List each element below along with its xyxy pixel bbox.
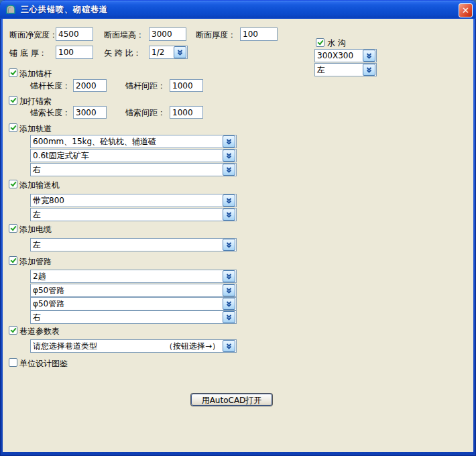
anchor-rod-spacing-label: 锚杆间距：: [125, 81, 166, 91]
pipeline-label: 添加管路: [19, 257, 52, 266]
anchor-cable-length-label: 锚索长度：: [30, 108, 70, 117]
open-autocad-button[interactable]: 用AutoCAD打开: [191, 394, 272, 406]
rise-span-ratio-select[interactable]: 1/2: [149, 46, 188, 59]
chevron-down-icon[interactable]: [223, 311, 235, 323]
cable-side-select[interactable]: 左: [30, 238, 237, 251]
pipeline-checkbox[interactable]: [9, 256, 17, 265]
track-side-select[interactable]: 右: [30, 163, 237, 176]
floor-thickness-label: 铺 底 厚：: [9, 48, 47, 58]
water-ditch-size-select[interactable]: 300X300: [314, 49, 377, 62]
wall-height-field[interactable]: [149, 27, 186, 41]
net-width-field[interactable]: [56, 27, 93, 41]
chevron-down-icon[interactable]: [223, 340, 235, 352]
chevron-down-icon[interactable]: [363, 64, 375, 76]
chevron-down-icon[interactable]: [223, 194, 235, 207]
pipeline-side-select[interactable]: 右: [30, 310, 237, 324]
conveyor-width-select[interactable]: 带宽800: [30, 194, 237, 207]
pipeline-type1-select[interactable]: φ50管路: [30, 284, 237, 297]
anchor-cable-spacing-label: 锚索间距：: [125, 108, 166, 117]
dialog-body: 断面净宽度： 断面墙高： 断面厚度： 铺 底 厚： 矢 跨 比： 1/2 水 沟…: [3, 19, 473, 452]
chevron-down-icon[interactable]: [223, 164, 235, 176]
wall-height-label: 断面墙高：: [104, 30, 144, 40]
floor-thickness-field[interactable]: [56, 46, 93, 59]
net-width-label: 断面净宽度：: [9, 30, 58, 40]
track-type-select[interactable]: 600mm、15kg、砼轨枕、辅道碴: [30, 135, 237, 148]
title-bar[interactable]: 三心拱锚喷、砌碹巷道 ✕: [0, 0, 476, 19]
track-car-select[interactable]: 0.6t固定式矿车: [30, 149, 237, 162]
anchor-cable-checkbox[interactable]: [9, 96, 17, 105]
conveyor-checkbox[interactable]: [9, 180, 17, 188]
chevron-down-icon[interactable]: [223, 150, 235, 162]
roadway-type-select[interactable]: 请您选择巷道类型 （按钮选择→）: [30, 339, 237, 353]
param-table-label: 巷道参数表: [19, 327, 60, 336]
select-hint-text: （按钮选择→）: [165, 341, 223, 352]
anchor-rod-spacing-field[interactable]: [170, 79, 203, 92]
chevron-down-icon[interactable]: [223, 135, 235, 148]
cable-checkbox[interactable]: [9, 224, 17, 233]
chevron-down-icon[interactable]: [223, 284, 235, 296]
chevron-down-icon[interactable]: [223, 209, 235, 221]
pipeline-count-select[interactable]: 2趟: [30, 270, 237, 283]
chevron-down-icon[interactable]: [363, 50, 375, 62]
cable-label: 添加电缆: [19, 225, 52, 234]
anchor-rod-length-field[interactable]: [73, 79, 107, 92]
conveyor-label: 添加输送机: [19, 180, 60, 190]
anchor-rod-length-label: 锚杆长度：: [30, 81, 70, 91]
anchor-cable-length-field[interactable]: [73, 106, 107, 119]
chevron-down-icon[interactable]: [174, 46, 186, 58]
conveyor-side-select[interactable]: 左: [30, 208, 237, 221]
pipeline-type2-select[interactable]: φ50管路: [30, 297, 237, 310]
anchor-rod-checkbox[interactable]: [9, 68, 17, 77]
water-ditch-checkbox[interactable]: [316, 38, 324, 47]
water-ditch-side-select[interactable]: 左: [314, 63, 377, 76]
water-ditch-label: 水 沟: [327, 38, 346, 48]
anchor-cable-spacing-field[interactable]: [170, 106, 203, 119]
thickness-field[interactable]: [240, 27, 278, 41]
track-label: 添加轨道: [19, 124, 52, 133]
close-icon[interactable]: ✕: [459, 3, 473, 17]
unit-design-checkbox[interactable]: [9, 358, 17, 367]
param-table-checkbox[interactable]: [9, 326, 17, 335]
anchor-cable-label: 加打锚索: [19, 97, 52, 106]
thickness-label: 断面厚度：: [196, 30, 236, 40]
anchor-rod-label: 添加锚杆: [19, 69, 52, 78]
chevron-down-icon[interactable]: [223, 298, 235, 310]
window-title: 三心拱锚喷、砌碹巷道: [21, 4, 108, 15]
chevron-down-icon[interactable]: [223, 239, 235, 251]
dialog-window: 三心拱锚喷、砌碹巷道 ✕ 断面净宽度： 断面墙高： 断面厚度： 铺 底 厚： 矢…: [0, 0, 476, 456]
tunnel-arch-icon: [5, 3, 17, 15]
chevron-down-icon[interactable]: [223, 270, 235, 282]
unit-design-label: 单位设计图鉴: [19, 359, 68, 368]
rise-span-ratio-label: 矢 跨 比：: [104, 48, 141, 58]
track-checkbox[interactable]: [9, 123, 17, 132]
